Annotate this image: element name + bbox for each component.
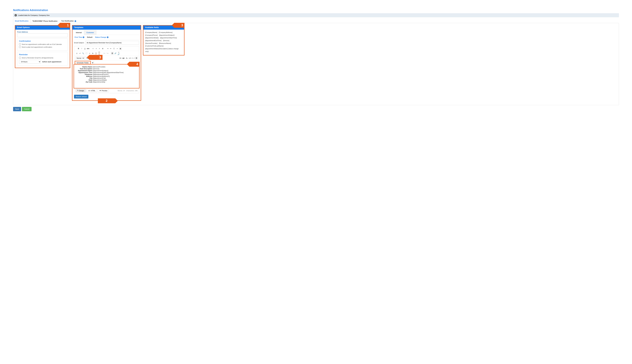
restore-default-button[interactable]: Restore default <box>74 95 88 98</box>
strikethrough-button[interactable]: abc <box>87 47 90 50</box>
template-field-key: Address <box>76 76 93 77</box>
email-subject-label: Email Subject: <box>74 42 84 44</box>
template-field-line: Appointment Time[AppointmentDate] [Appoi… <box>76 72 138 73</box>
copy-button[interactable]: ⧉ <box>91 52 94 55</box>
unlink-button[interactable]: ✂🔗 <box>117 52 120 55</box>
template-field-value: [AppointmentAddress1] <box>93 76 110 77</box>
reminder-opt-label: Send a Reminder Email for all Appointmen… <box>22 57 54 59</box>
confirmation-opt-ical[interactable]: Send an appointment confirmation with an… <box>19 43 66 45</box>
cut-button[interactable]: ✂ <box>88 52 91 55</box>
reminder-suffix: before each appointment <box>42 61 61 62</box>
template-field-value: [AppointmentDate] [AppointmentStartTime] <box>93 72 123 73</box>
fullscreen-button[interactable]: ⛶ <box>85 52 88 55</box>
html-mode-button[interactable]: </> HTML <box>87 89 97 92</box>
subtab2-first-time[interactable]: First Time i <box>75 36 84 38</box>
link-button[interactable]: 🔗 <box>114 52 117 55</box>
print-button[interactable]: ⎙ <box>75 52 78 55</box>
info-icon[interactable]: i <box>83 36 84 38</box>
section-reminder: Reminder Send a Reminder Email for all A… <box>17 52 68 66</box>
word-count: Words: 24 <box>118 90 125 92</box>
page-title: Notifications Administration <box>13 9 619 12</box>
template-field-value: [ServiceProvider] <box>93 66 105 68</box>
forecolor-button[interactable]: Aa <box>125 57 128 60</box>
from-address-input[interactable] <box>17 34 68 37</box>
undo-button[interactable]: ↶▾ <box>103 52 106 55</box>
template-field-value: [Service] <box>93 68 99 70</box>
reminder-time-select[interactable]: 24 Hours <box>19 60 41 64</box>
panel-available-fields: 3 Available fields [CompanyName] [Compan… <box>143 25 184 55</box>
spellcheck-button[interactable]: ✔ <box>79 52 81 55</box>
ordered-list-button[interactable]: ☷ <box>113 47 115 50</box>
tab-email-notification[interactable]: Email Notification <box>13 19 30 23</box>
italic-button[interactable]: I <box>80 47 83 50</box>
template-field-key: Zip Code <box>76 81 93 83</box>
bold-button[interactable]: B <box>77 47 80 50</box>
confirmation-opt-plain-checkbox[interactable] <box>19 46 21 48</box>
template-field-value: [AppointmentSubject] <box>93 70 108 72</box>
callout-3a: 3 <box>89 55 103 60</box>
template-field-line: Telephone[AppointmentPhone1] <box>76 74 138 75</box>
template-field-line: Task Description[Service] <box>76 68 138 70</box>
template-field-key: Telephone <box>76 74 93 75</box>
info-icon[interactable]: i <box>75 20 76 22</box>
align-center-button[interactable]: ≡ <box>95 47 98 50</box>
symbol-button[interactable]: Ω▾ <box>119 57 122 60</box>
scheduler-fields-select[interactable]: Scheduler Fields <box>75 61 94 64</box>
paste-special-button[interactable]: 📋▾ <box>98 52 101 55</box>
confirmation-opt-plain[interactable]: Send a plain text appointment confirmati… <box>19 46 66 48</box>
image-button[interactable]: 🖼 <box>111 52 114 55</box>
cancel-button[interactable]: Cancel <box>22 107 32 111</box>
confirmation-opt-ical-checkbox[interactable] <box>19 43 21 45</box>
info-bar: i Loaded data for Company: Company Uno <box>13 13 619 17</box>
template-field-line: Appointment Name[AppointmentSubject] <box>76 70 138 72</box>
subtab2-status-change[interactable]: Status Change i <box>95 36 108 38</box>
tab-text-notification[interactable]: Text Notification i <box>59 19 78 23</box>
subtab-customer[interactable]: Customer <box>84 30 96 35</box>
template-field-line: Address[AppointmentAddress1] <box>76 76 138 77</box>
template-field-value: [AppointmentZip] <box>93 81 105 83</box>
editor-body[interactable]: 4 Station Name[ServiceProvider]Task Desc… <box>74 65 139 88</box>
template-field-line: State[AppointmentState] <box>76 79 138 81</box>
tab-phone-notification[interactable]: *SUBSCRIBE* Phone Notification <box>30 19 60 23</box>
section-confirmation: Confirmation Send an appointment confirm… <box>17 38 68 51</box>
preview-mode-button[interactable]: 👁 Preview <box>98 89 109 92</box>
align-justify-button[interactable]: ≣ <box>101 47 104 50</box>
find-button[interactable]: 🔍 <box>82 52 85 55</box>
backcolor-button[interactable]: aA▾ <box>129 57 131 60</box>
email-subject-input[interactable] <box>85 41 139 44</box>
template-field-key: Appointment Name <box>76 70 93 72</box>
rich-text-editor: B I U abc ≡ ≡ ≡ ≣ ⇥ ⇤ ☷ ≡ ▦ <box>74 46 139 93</box>
template-field-key: State <box>76 79 93 81</box>
redo-button[interactable]: ↷▾ <box>106 52 109 55</box>
template-field-key: Appointment Time <box>76 72 93 73</box>
module-manager-button[interactable]: ▦ <box>119 47 122 50</box>
insert-image-button[interactable]: 🖼 <box>135 57 138 60</box>
unordered-list-button[interactable]: ≡ <box>116 47 119 50</box>
template-field-key: Task Description <box>76 68 93 70</box>
save-button[interactable]: Save <box>13 107 21 111</box>
template-field-value: [AppointmentPhone1] <box>93 74 108 75</box>
subtab-internal[interactable]: Internal <box>73 30 84 35</box>
panel-templates: 2 Templates Internal Customer First Time… <box>72 25 141 100</box>
reminder-opt-checkbox[interactable] <box>19 57 21 59</box>
design-mode-button[interactable]: ✎ Design <box>76 89 86 92</box>
info-icon[interactable]: i <box>107 36 108 38</box>
callout-1: 1 <box>60 23 70 28</box>
align-left-button[interactable]: ≡ <box>92 47 95 50</box>
template-field-value: [AppointmentState] <box>93 79 107 81</box>
underline-button[interactable]: U <box>84 47 86 50</box>
indent-button[interactable]: ⇥ <box>106 47 109 50</box>
subtab2-default[interactable]: Default <box>87 36 92 38</box>
template-type-tabs: First Time i Default Status Change i <box>74 35 139 39</box>
zoom-button[interactable]: Z...▾ <box>132 57 135 60</box>
outdent-button[interactable]: ⇤ <box>109 47 112 50</box>
align-right-button[interactable]: ≡ <box>98 47 101 50</box>
template-field-key: City <box>76 77 93 79</box>
table-button[interactable]: ▦▾ <box>122 57 125 60</box>
callout-3b: 3 <box>174 23 184 28</box>
reminder-title: Reminder <box>19 54 66 56</box>
callout-4: 4 <box>129 62 140 67</box>
paste-button[interactable]: 📋 <box>95 52 97 55</box>
reminder-opt[interactable]: Send a Reminder Email for all Appointmen… <box>19 57 66 59</box>
format-select[interactable]: Normal <box>75 57 85 60</box>
